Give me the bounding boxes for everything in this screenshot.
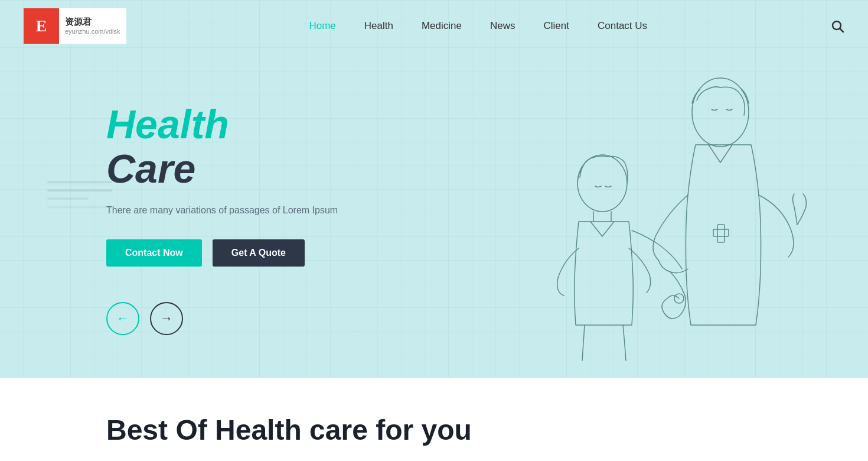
- hero-buttons: Contact Now Get A Quote: [106, 239, 384, 267]
- nav-item-client[interactable]: Client: [544, 20, 569, 32]
- nav-link-home[interactable]: Home: [309, 20, 335, 31]
- nav-links: Home Health Medicine News Client Contact…: [309, 20, 647, 32]
- hero-content: Health Care There are many variations of…: [0, 43, 384, 301]
- bottom-title: Best Of Health care for you: [106, 414, 762, 446]
- logo-url: eyunzhu.com/vdisk: [65, 28, 120, 35]
- nav-item-home[interactable]: Home: [309, 20, 335, 32]
- logo[interactable]: E 资源君 eyunzhu.com/vdisk: [24, 8, 126, 44]
- nav-item-medicine[interactable]: Medicine: [422, 20, 462, 32]
- logo-text-block: 资源君 eyunzhu.com/vdisk: [59, 8, 126, 44]
- nav-right: [830, 19, 844, 33]
- search-button[interactable]: [830, 19, 844, 33]
- nav-item-contact[interactable]: Contact Us: [598, 20, 647, 32]
- bottom-section: Best Of Health care for you: [0, 378, 868, 461]
- nav-link-news[interactable]: News: [490, 20, 515, 31]
- nav-link-health[interactable]: Health: [364, 20, 393, 31]
- prev-arrow-icon: ←: [116, 311, 129, 326]
- logo-cn-name: 资源君: [65, 17, 120, 28]
- hero-title-colored: Health: [106, 102, 384, 147]
- hero-description: There are many variations of passages of…: [106, 203, 384, 218]
- navbar: E 资源君 eyunzhu.com/vdisk Home Health Medi…: [0, 0, 868, 51]
- svg-line-1: [840, 28, 843, 32]
- logo-letter: E: [24, 8, 59, 44]
- search-icon: [830, 19, 844, 33]
- next-slide-button[interactable]: →: [150, 302, 183, 335]
- slide-arrows: ← →: [106, 302, 868, 335]
- hero-title-dark: Care: [106, 147, 384, 191]
- nav-link-contact[interactable]: Contact Us: [598, 20, 647, 31]
- hero-section: Health Care There are many variations of…: [0, 0, 868, 378]
- get-quote-button[interactable]: Get A Quote: [213, 239, 305, 267]
- prev-slide-button[interactable]: ←: [106, 302, 139, 335]
- contact-now-button[interactable]: Contact Now: [106, 239, 202, 267]
- nav-item-news[interactable]: News: [490, 20, 515, 32]
- nav-item-health[interactable]: Health: [364, 20, 393, 32]
- nav-link-client[interactable]: Client: [544, 20, 569, 31]
- nav-link-medicine[interactable]: Medicine: [422, 20, 462, 31]
- next-arrow-icon: →: [160, 311, 173, 326]
